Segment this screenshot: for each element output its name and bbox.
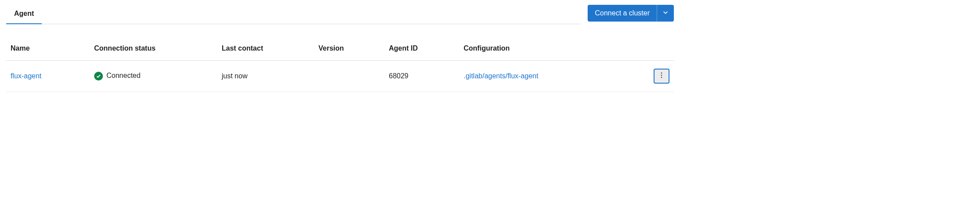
tabs: Agent	[6, 4, 581, 24]
agent-table: Name Connection status Last contact Vers…	[6, 37, 674, 92]
tab-agent[interactable]: Agent	[6, 4, 42, 24]
col-actions	[622, 37, 674, 61]
configuration-link[interactable]: .gitlab/agents/flux-agent	[464, 72, 538, 80]
version	[314, 61, 384, 92]
connect-cluster-dropdown-button[interactable]	[657, 5, 674, 22]
col-agentid: Agent ID	[384, 37, 459, 61]
last-contact: just now	[217, 61, 314, 92]
ellipsis-vertical-icon	[658, 72, 665, 81]
status-connected-icon	[94, 72, 103, 81]
agent-id: 68029	[384, 61, 459, 92]
row-actions-button[interactable]	[654, 69, 669, 84]
agent-name-link[interactable]: flux-agent	[11, 72, 41, 80]
svg-point-1	[661, 75, 662, 76]
connect-cluster-button-group: Connect a cluster	[588, 5, 674, 22]
col-contact: Last contact	[217, 37, 314, 61]
col-status: Connection status	[90, 37, 217, 61]
table-row: flux-agent Connected just now 68029 .git…	[6, 61, 674, 92]
chevron-down-icon	[662, 9, 669, 17]
col-config: Configuration	[459, 37, 622, 61]
col-version: Version	[314, 37, 384, 61]
col-name: Name	[6, 37, 90, 61]
status-text: Connected	[106, 72, 140, 79]
svg-point-2	[661, 77, 662, 78]
connect-cluster-button[interactable]: Connect a cluster	[588, 5, 657, 22]
svg-point-0	[661, 73, 662, 74]
